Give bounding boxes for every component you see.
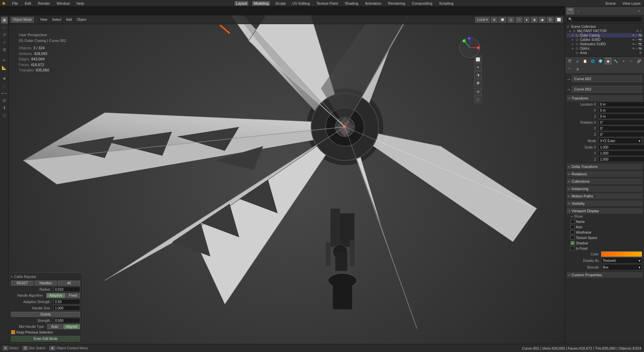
location-z-input[interactable]: [598, 114, 644, 119]
physics-props-tab[interactable]: ⚛: [628, 57, 635, 65]
exclude-icon-1[interactable]: ✓: [635, 34, 638, 37]
menu-uv-editing[interactable]: UV Editing: [291, 1, 311, 6]
object-menu[interactable]: Object: [75, 17, 88, 22]
visibility-header[interactable]: ▸ Visibility: [567, 200, 643, 207]
panel-collapse-icon[interactable]: ▾: [11, 275, 13, 279]
scale-z-input[interactable]: [598, 157, 644, 162]
scale-x-input[interactable]: [598, 144, 644, 150]
reset-btn[interactable]: RESET: [11, 281, 34, 286]
name-checkbox[interactable]: [571, 220, 575, 224]
render-preview-btn[interactable]: ◕: [474, 79, 482, 86]
menu-file[interactable]: File: [11, 1, 19, 6]
transform-tool[interactable]: ⊞: [1, 46, 8, 53]
mode-selector[interactable]: Object Mode: [11, 17, 34, 23]
scale-y-input[interactable]: [598, 151, 644, 156]
scale-tool[interactable]: ⤢: [1, 39, 8, 46]
menu-animation[interactable]: Animation: [364, 1, 383, 6]
proportional-btn[interactable]: ◎: [507, 17, 515, 23]
global-btn[interactable]: ⊕: [491, 17, 497, 23]
location-x-input[interactable]: [598, 102, 644, 107]
visibility-icon-1[interactable]: 👁: [632, 34, 635, 37]
keep-prev-checkbox[interactable]: [11, 330, 15, 334]
wireframe-checkbox[interactable]: [571, 230, 575, 234]
all-btn[interactable]: All: [58, 281, 80, 286]
collection-hydraulics[interactable]: ▾ ⊙ Hydraulics SUBD 👁 ✓ 📷: [567, 42, 643, 46]
motion-paths-header[interactable]: ▸ Motion Paths: [567, 193, 643, 199]
rotation-y-input[interactable]: [598, 126, 644, 131]
delta-transform-header[interactable]: ▸ Delta Transform: [567, 164, 643, 170]
snap-btn[interactable]: 🔲: [498, 17, 506, 23]
select-menu[interactable]: Select: [51, 17, 63, 22]
menu-edit[interactable]: Edit: [23, 1, 33, 6]
render-icon-4[interactable]: 📷: [638, 47, 642, 50]
view-layer-label[interactable]: View Layer: [621, 1, 642, 6]
render-props-tab[interactable]: 🎬: [566, 57, 573, 65]
in-front-checkbox[interactable]: [571, 246, 575, 250]
view-menu[interactable]: View: [39, 17, 49, 22]
aligned-btn[interactable]: Aligned: [63, 324, 80, 329]
exclude-icon-0[interactable]: ✓: [639, 30, 642, 33]
collections-section-header[interactable]: ▸ Collections: [567, 178, 643, 184]
collection-militant[interactable]: ▾ ⊙ MILITANT FACTOR 👁 ✓: [567, 29, 643, 33]
filter-icon-right[interactable]: ≡: [635, 8, 643, 14]
wireframe-btn[interactable]: ⬜: [474, 56, 482, 63]
object-name-display[interactable]: Curve.002: [572, 75, 642, 82]
local-view-btn[interactable]: Local ▾: [475, 17, 490, 23]
custom-properties-header[interactable]: ▸ Custom Properties: [567, 272, 643, 278]
instancing-header[interactable]: ▸ Instancing: [567, 186, 643, 192]
axis-checkbox[interactable]: [571, 225, 575, 229]
scene-caret[interactable]: ▾: [567, 25, 570, 28]
objects-icon[interactable]: ○: [575, 8, 582, 14]
menu-shading[interactable]: Shading: [343, 1, 360, 6]
visibility-icon-3[interactable]: 👁: [632, 43, 635, 46]
enter-edit-mode-btn[interactable]: Enter Edit Mode: [11, 336, 80, 342]
camera-btn[interactable]: 🎥: [474, 96, 482, 103]
scene-label[interactable]: Scene: [604, 1, 617, 6]
location-y-input[interactable]: [598, 108, 644, 113]
material-btn[interactable]: ◑: [474, 71, 482, 78]
exclude-icon-3[interactable]: ✓: [635, 43, 638, 46]
scene-icon[interactable]: 🎬: [567, 8, 574, 14]
loop-cut-tool[interactable]: ⊟: [1, 97, 8, 104]
inset-tool[interactable]: ⬡: [1, 112, 8, 119]
menu-window[interactable]: Window: [55, 1, 71, 6]
menu-help[interactable]: Help: [75, 1, 86, 6]
handles-btn[interactable]: Handles: [35, 281, 57, 286]
adaptive-btn[interactable]: Adaptive: [46, 293, 65, 298]
menu-sculpt[interactable]: Sculpt: [274, 1, 287, 6]
transform-btn[interactable]: ⊕: [474, 88, 482, 95]
menu-modeling[interactable]: Modeling: [252, 1, 270, 6]
object-props-tab[interactable]: ◆: [604, 57, 612, 65]
rotation-x-input[interactable]: [598, 120, 644, 125]
edge-slide-tool[interactable]: ⟵: [1, 90, 8, 97]
shadow-checkbox[interactable]: [571, 241, 575, 245]
shading-material[interactable]: ◑: [531, 17, 538, 23]
material-props-tab[interactable]: ◑: [574, 65, 581, 72]
menu-rendering[interactable]: Rendering: [387, 1, 407, 6]
color-swatch[interactable]: [601, 251, 642, 257]
collection-area[interactable]: ▾ ⊙ Area 👁: [567, 51, 643, 55]
shading-render[interactable]: ◕: [539, 17, 546, 23]
rotation-z-input[interactable]: [598, 132, 644, 137]
menu-render[interactable]: Render: [37, 1, 51, 6]
menu-scripting[interactable]: Scripting: [438, 1, 455, 6]
auto-btn[interactable]: Auto: [47, 324, 62, 329]
smooth-tool[interactable]: ◌: [1, 82, 8, 89]
collection-cables[interactable]: ▾ ⊙ Cables SUBD 👁 ✓ 📷: [567, 38, 643, 42]
outliner-search[interactable]: [567, 16, 643, 22]
particles-props-tab[interactable]: ✦: [620, 57, 627, 65]
relations-header[interactable]: ▸ Relations: [567, 171, 643, 177]
visibility-icon-5[interactable]: 👁: [639, 51, 642, 55]
xray-btn[interactable]: ⬜: [555, 17, 563, 23]
exclude-icon-4[interactable]: ✓: [635, 47, 638, 50]
menu-texture-paint[interactable]: Texture Paint: [315, 1, 339, 6]
menu-compositing[interactable]: Compositing: [411, 1, 434, 6]
scene-props-tab[interactable]: 🌐: [589, 57, 596, 65]
modifier-props-tab[interactable]: 🔧: [612, 57, 620, 65]
3d-viewport[interactable]: User Perspective (0) Outer Casing | Curv…: [9, 15, 565, 344]
display-as-dropdown[interactable]: Textured ▾: [601, 257, 642, 263]
solid-btn[interactable]: ●: [474, 63, 482, 71]
annotate-tool[interactable]: ✏: [1, 57, 8, 64]
viewport-display-header[interactable]: ▾ Viewport Display: [567, 208, 643, 214]
rotation-mode-dropdown[interactable]: XYZ Euler ▾: [598, 138, 642, 144]
